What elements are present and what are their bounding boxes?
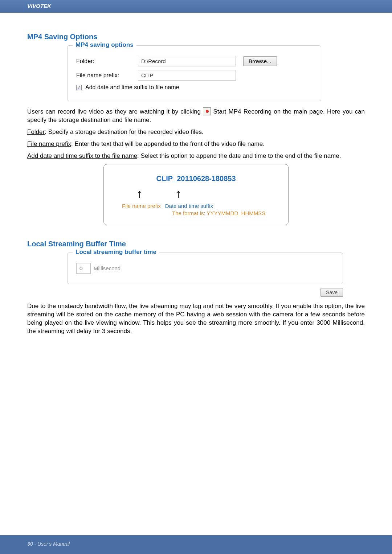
check-icon: ✓ bbox=[77, 85, 81, 90]
suffix-desc: : Select this option to append the date … bbox=[137, 152, 341, 159]
prefix-label: File name prefix: bbox=[76, 72, 138, 79]
filename-example: CLIP_20110628-180853 ↑ ↑ File name prefi… bbox=[103, 164, 289, 225]
prefix-row: File name prefix: CLIP bbox=[76, 70, 312, 81]
mp4-legend: MP4 saving options bbox=[73, 41, 136, 49]
arrow-up-icon: ↑ bbox=[175, 186, 181, 201]
buffer-description: Due to the unsteady bandwidth flow, the … bbox=[27, 302, 365, 336]
folder-row: Folder: D:\Record Browse... bbox=[76, 56, 312, 66]
page-footer: 30 - User's Manual bbox=[0, 535, 392, 554]
buffer-unit: Millisecond bbox=[94, 265, 121, 271]
example-format-caption: The format is: YYYYMMDD_HHMMSS bbox=[115, 210, 277, 216]
mp4-section-title: MP4 Saving Options bbox=[27, 33, 365, 41]
page-content: MP4 Saving Options MP4 saving options Fo… bbox=[0, 13, 392, 335]
example-title: CLIP_20110628-180853 bbox=[115, 175, 277, 183]
buffer-legend: Local streaming buffer time bbox=[73, 249, 159, 256]
page-header: VIVOTEK bbox=[0, 0, 392, 13]
suffix-term: Add date and time suffix to the file nam… bbox=[27, 152, 137, 159]
buffer-section-title: Local Streaming Buffer Time bbox=[27, 240, 365, 248]
para-prefix: File name prefix: Enter the text that wi… bbox=[27, 140, 365, 148]
buffer-fieldset: Local streaming buffer time 0 Millisecon… bbox=[67, 253, 343, 284]
save-row: Save bbox=[67, 289, 343, 296]
para1a: Users can record live video as they are … bbox=[27, 108, 203, 115]
footer-text: 30 - User's Manual bbox=[0, 535, 392, 547]
buffer-input[interactable]: 0 bbox=[76, 263, 91, 274]
arrow-up-icon: ↑ bbox=[136, 186, 143, 201]
suffix-checkbox-label: Add date and time suffix to file name bbox=[85, 84, 179, 91]
prefix-desc: : Enter the text that will be appended t… bbox=[71, 140, 265, 147]
para-suffix: Add date and time suffix to the file nam… bbox=[27, 152, 365, 160]
browse-button[interactable]: Browse... bbox=[243, 56, 277, 66]
mp4-fieldset: MP4 saving options Folder: D:\Record Bro… bbox=[67, 45, 321, 101]
brand-text: VIVOTEK bbox=[0, 0, 392, 9]
folder-term: Folder bbox=[27, 128, 45, 135]
example-prefix-caption: File name prefix bbox=[122, 203, 161, 209]
save-button[interactable]: Save bbox=[320, 288, 343, 297]
para-record-intro: Users can record live video as they are … bbox=[27, 108, 365, 124]
buffer-row: 0 Millisecond bbox=[76, 263, 334, 274]
folder-input[interactable]: D:\Record bbox=[138, 56, 236, 66]
para-folder: Folder: Specify a storage destination fo… bbox=[27, 128, 365, 136]
example-captions: File name prefix Date and time suffix bbox=[115, 203, 277, 209]
record-icon bbox=[203, 107, 211, 115]
folder-desc: : Specify a storage destination for the … bbox=[45, 128, 204, 135]
prefix-term: File name prefix bbox=[27, 140, 71, 147]
prefix-input[interactable]: CLIP bbox=[138, 70, 236, 81]
example-arrows: ↑ ↑ bbox=[115, 186, 277, 201]
example-suffix-caption: Date and time suffix bbox=[165, 203, 213, 209]
folder-label: Folder: bbox=[76, 58, 138, 65]
suffix-checkbox[interactable]: ✓ bbox=[76, 85, 82, 90]
suffix-row: ✓ Add date and time suffix to file name bbox=[76, 84, 312, 91]
